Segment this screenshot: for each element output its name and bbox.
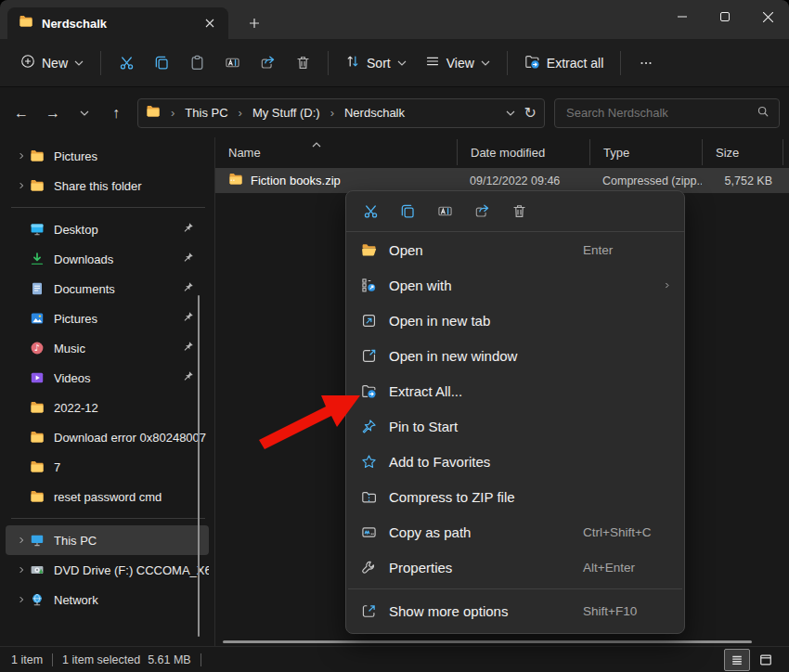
minimize-button[interactable] (661, 0, 704, 33)
more-options-icon[interactable] (628, 47, 664, 79)
share-icon[interactable] (467, 198, 497, 226)
large-icons-view-button[interactable] (754, 650, 778, 670)
recent-locations-chevron[interactable] (71, 99, 98, 127)
chevron-right-icon[interactable] (13, 595, 30, 604)
folder-icon (30, 178, 46, 193)
column-header-size[interactable]: Size (702, 139, 783, 165)
tab-nerdschalk[interactable]: Nerdschalk (7, 7, 228, 39)
address-dropdown-chevron[interactable] (506, 110, 515, 116)
back-button[interactable]: ← (7, 99, 35, 127)
menu-item-properties[interactable]: Properties Alt+Enter (346, 549, 684, 585)
sidebar-item-downloads[interactable]: Downloads (0, 244, 214, 274)
address-bar[interactable]: This PC My Stuff (D:) Nerdschalk ↻ (137, 98, 545, 128)
new-label: New (42, 56, 68, 71)
chevron-right-icon[interactable] (13, 151, 30, 161)
up-button[interactable]: ↑ (102, 99, 130, 127)
sidebar-item-documents[interactable]: Documents (0, 274, 214, 304)
maximize-button[interactable] (704, 0, 746, 33)
paste-button[interactable] (179, 47, 214, 79)
sidebar-item-download-error[interactable]: Download error 0x80248007 (0, 422, 214, 452)
breadcrumb-separator-icon (326, 106, 339, 120)
svg-text:♪: ♪ (34, 342, 40, 353)
new-tab-button[interactable] (241, 7, 267, 39)
menu-item-compress-to-zip[interactable]: Compress to ZIP file (346, 479, 684, 514)
file-name: Fiction books.zip (251, 174, 341, 187)
zip-folder-icon (361, 489, 378, 505)
view-button[interactable]: View (416, 48, 499, 77)
file-type: Compressed (zipp... (589, 174, 702, 187)
status-bar: 1 item 1 item selected 5.61 MB (0, 646, 789, 672)
column-header-name[interactable]: Name (215, 139, 457, 165)
network-icon (30, 592, 46, 607)
close-button[interactable] (746, 0, 789, 33)
menu-item-copy-as-path[interactable]: Copy as path Ctrl+Shift+C (346, 514, 684, 549)
folder-icon (30, 489, 46, 504)
context-menu: Open Enter Open with Open in new tab Ope… (345, 190, 685, 634)
rename-icon[interactable] (430, 198, 459, 226)
sidebar-item-music[interactable]: ♪ Music (0, 333, 214, 363)
file-row-fiction-books[interactable]: Fiction books.zip 09/12/2022 09:46 Compr… (215, 168, 789, 193)
copy-as-path-icon (361, 524, 378, 540)
menu-item-open-with[interactable]: Open with (346, 267, 684, 303)
breadcrumb-separator-icon (234, 106, 247, 120)
menu-item-add-to-favorites[interactable]: Add to Favorites (346, 444, 684, 479)
cut-button[interactable] (109, 47, 144, 79)
column-header-type[interactable]: Type (589, 139, 702, 165)
chevron-right-icon[interactable] (13, 536, 30, 545)
breadcrumb-this-pc[interactable]: This PC (185, 106, 227, 120)
sidebar-item-7[interactable]: 7 (0, 452, 214, 482)
sidebar-item-videos[interactable]: Videos (0, 363, 214, 393)
menu-item-show-more-options[interactable]: Show more options Shift+F10 (346, 593, 684, 628)
sidebar-item-network[interactable]: Network (0, 585, 214, 614)
toolbar-divider (507, 51, 508, 75)
sidebar-item-pictures[interactable]: Pictures (0, 304, 214, 333)
search-icon (757, 105, 770, 122)
copy-icon[interactable] (393, 198, 422, 226)
extract-all-button[interactable]: Extract all (515, 48, 613, 78)
share-button[interactable] (250, 47, 285, 79)
folder-icon (146, 104, 161, 123)
sidebar-item-desktop[interactable]: Desktop (0, 214, 214, 244)
details-view-button[interactable] (724, 649, 750, 671)
copy-button[interactable] (144, 47, 179, 79)
breadcrumb-nerdschalk[interactable]: Nerdschalk (344, 106, 405, 120)
sidebar-item-reset-password-cmd[interactable]: reset password cmd (0, 482, 214, 511)
sidebar-item-pictures-tree[interactable]: Pictures (0, 141, 214, 171)
shortcut-label: Ctrl+Shift+C (583, 525, 652, 539)
menu-item-open-in-new-window[interactable]: Open in new window (346, 338, 684, 373)
chevron-right-icon[interactable] (13, 565, 30, 575)
refresh-icon[interactable]: ↻ (524, 104, 537, 122)
delete-button[interactable] (285, 47, 320, 79)
videos-icon (30, 370, 46, 385)
open-new-tab-icon (361, 313, 378, 329)
column-header-date-modified[interactable]: Date modified (457, 139, 589, 165)
breadcrumb-my-stuff[interactable]: My Stuff (D:) (252, 106, 320, 120)
delete-icon[interactable] (504, 198, 534, 226)
shortcut-label: Alt+Enter (583, 561, 635, 575)
window-caption-buttons (661, 0, 789, 33)
menu-item-open-in-new-tab[interactable]: Open in new tab (346, 303, 684, 338)
sidebar-item-2022-12[interactable]: 2022-12 (0, 393, 214, 422)
command-toolbar: New Sort View Extract all (0, 39, 789, 87)
horizontal-scrollbar[interactable] (223, 640, 752, 643)
rename-button[interactable] (214, 47, 250, 79)
new-button[interactable]: New (11, 48, 93, 77)
tab-close-icon[interactable] (199, 12, 221, 34)
chevron-right-icon[interactable] (13, 181, 30, 190)
menu-item-open[interactable]: Open Enter (346, 232, 684, 267)
documents-icon (30, 281, 46, 296)
menu-item-extract-all[interactable]: Extract All... (346, 373, 684, 408)
sidebar-divider (11, 207, 205, 208)
sidebar-item-dvd-drive[interactable]: DVD Drive (F:) CCCOMA_X64 (0, 555, 214, 585)
search-box[interactable] (554, 98, 780, 128)
sidebar-scrollbar[interactable] (198, 295, 200, 637)
sort-button[interactable]: Sort (336, 48, 416, 77)
navigation-pane: Pictures Share this folder Desktop Downl… (0, 137, 215, 646)
plus-circle-icon (20, 54, 35, 71)
sidebar-item-this-pc[interactable]: This PC (6, 525, 209, 555)
menu-item-pin-to-start[interactable]: Pin to Start (346, 408, 684, 444)
forward-button[interactable]: → (39, 99, 67, 127)
sidebar-item-share-this-folder[interactable]: Share this folder (0, 171, 214, 200)
cut-icon[interactable] (356, 198, 385, 226)
search-input[interactable] (564, 105, 757, 121)
